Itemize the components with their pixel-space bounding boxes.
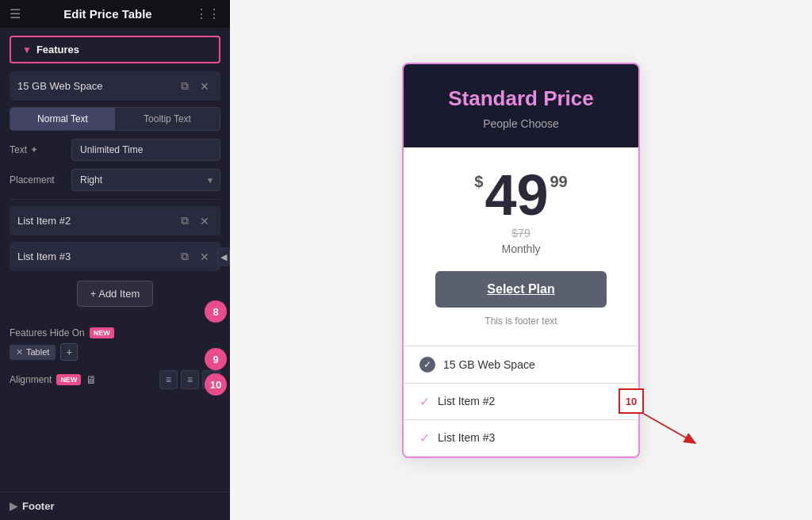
feature-item-2: List Item #2 ⧉ ✕ (10, 206, 220, 235)
feature-2-text: List Item #2 (438, 395, 495, 407)
annotation-badge-8: 8 (205, 300, 227, 323)
feature-item-1-label: 15 GB Web Space (17, 80, 173, 92)
right-panel: 10 Standard Price People Choose $ 49 99 … (230, 0, 812, 520)
chevron-right-icon: ▶ (10, 500, 17, 512)
add-item-button[interactable]: + Add Item (77, 281, 154, 307)
feature-item-3: List Item #3 ⧉ ✕ (10, 242, 220, 271)
price-card: Standard Price People Choose $ 49 99 $79… (402, 63, 640, 458)
copy-feature-1-button[interactable]: ⧉ (178, 78, 192, 94)
text-dots-icon: ✦ (30, 144, 38, 155)
monitor-icon[interactable]: 🖥 (86, 373, 97, 386)
feature-item-1: 15 GB Web Space ⧉ ✕ (10, 71, 220, 101)
align-center-button[interactable]: ≡ (181, 370, 199, 389)
alignment-new-badge: NEW (56, 374, 81, 385)
tags-row-wrapper: ✕ Tablet + 9 (10, 343, 220, 361)
feature-item-3-label: List Item #3 (17, 250, 173, 262)
card-footer-text: This is footer text (419, 315, 622, 327)
hamburger-icon[interactable]: ☰ (10, 6, 21, 21)
select-plan-button[interactable]: Select Plan (435, 271, 607, 308)
tooltip-text-tab[interactable]: Tooltip Text (115, 108, 220, 130)
collapse-handle[interactable]: ◀ (217, 247, 230, 266)
tags-row: ✕ Tablet + (10, 343, 220, 361)
delete-feature-2-button[interactable]: ✕ (197, 213, 213, 229)
delete-feature-1-button[interactable]: ✕ (197, 78, 213, 94)
text-type-tabs: Normal Text Tooltip Text (10, 107, 220, 131)
feature-list-item-3: ✓ List Item #3 (404, 420, 638, 457)
features-section-header[interactable]: ▼ Features (10, 36, 220, 63)
check-icon-2: ✓ (419, 394, 430, 409)
copy-feature-2-button[interactable]: ⧉ (178, 212, 192, 229)
price-period: Monthly (419, 243, 622, 255)
chevron-down-icon: ▼ (22, 44, 32, 55)
footer-toggle[interactable]: ▶ Footer (10, 500, 220, 512)
alignment-section: Alignment NEW 🖥 ≡ ≡ ≡ (10, 370, 220, 389)
price-main: $ 49 99 (419, 166, 622, 224)
new-badge: NEW (90, 327, 114, 338)
price-old: $79 (419, 227, 622, 239)
feature-list-item-1: ✓ 15 GB Web Space (404, 346, 638, 384)
annotation-badge-9: 9 (205, 348, 227, 370)
price-integer: 49 (485, 166, 548, 224)
feature-1-text: 15 GB Web Space (443, 358, 535, 371)
divider (10, 199, 220, 200)
tablet-tag[interactable]: ✕ Tablet (10, 345, 56, 360)
text-label: Text ✦ (10, 144, 65, 155)
annotation-10-box: 10 (619, 388, 644, 414)
card-header: Standard Price People Choose (404, 64, 638, 147)
feature-item-3-wrapper: List Item #3 ⧉ ✕ ◀ (10, 242, 220, 271)
features-hide-on-label: Features Hide On NEW (10, 327, 220, 338)
check-icon-3: ✓ (419, 430, 430, 445)
alignment-section-wrapper: Alignment NEW 🖥 ≡ ≡ ≡ 10 (10, 370, 220, 389)
features-hide-on-section: Features Hide On NEW ✕ Tablet + 9 (10, 327, 220, 361)
features-list: ✓ 15 GB Web Space ✓ List Item #2 ✓ List … (404, 346, 638, 457)
left-panel: ☰ Edit Price Table ⋮⋮ ▼ Features 15 GB W… (0, 0, 230, 520)
grid-icon[interactable]: ⋮⋮ (195, 6, 220, 21)
alignment-label: Alignment NEW 🖥 (10, 373, 97, 386)
placement-form-row: Placement Left Right Top Bottom ▼ (10, 169, 220, 191)
normal-text-tab[interactable]: Normal Text (10, 108, 115, 130)
text-form-row: Text ✦ (10, 139, 220, 161)
add-tag-button[interactable]: + (60, 343, 78, 361)
align-left-button[interactable]: ≡ (159, 370, 178, 389)
features-label: Features (36, 44, 79, 55)
tag-x-icon[interactable]: ✕ (16, 347, 23, 358)
text-input[interactable] (71, 139, 220, 161)
panel-content: 15 GB Web Space ⧉ ✕ Normal Text Tooltip … (0, 71, 230, 491)
svg-line-1 (644, 414, 694, 442)
price-cents: 99 (550, 173, 567, 191)
footer-label: Footer (22, 500, 54, 512)
feature-3-text: List Item #3 (438, 431, 495, 444)
price-dollar: $ (474, 173, 483, 191)
placement-label: Placement (10, 174, 65, 185)
feature-list-item-2: ✓ List Item #2 (404, 384, 638, 420)
card-title: Standard Price (419, 86, 622, 111)
price-section: $ 49 99 $79 Monthly Select Plan This is … (404, 147, 638, 346)
delete-feature-3-button[interactable]: ✕ (197, 249, 213, 265)
footer-section: ▶ Footer (0, 491, 230, 520)
tag-label: Tablet (26, 347, 49, 357)
copy-feature-3-button[interactable]: ⧉ (178, 248, 192, 265)
check-solid-icon: ✓ (419, 357, 435, 373)
annotation-badge-10: 10 (205, 373, 227, 396)
panel-title: Edit Price Table (27, 7, 189, 21)
placement-select-wrapper: Left Right Top Bottom ▼ (71, 169, 220, 191)
add-item-section: + Add Item 8 (10, 277, 220, 316)
placement-select[interactable]: Left Right Top Bottom (71, 169, 220, 191)
feature-item-2-label: List Item #2 (17, 215, 173, 227)
card-subtitle: People Choose (419, 117, 622, 130)
panel-top-bar: ☰ Edit Price Table ⋮⋮ (0, 0, 230, 28)
